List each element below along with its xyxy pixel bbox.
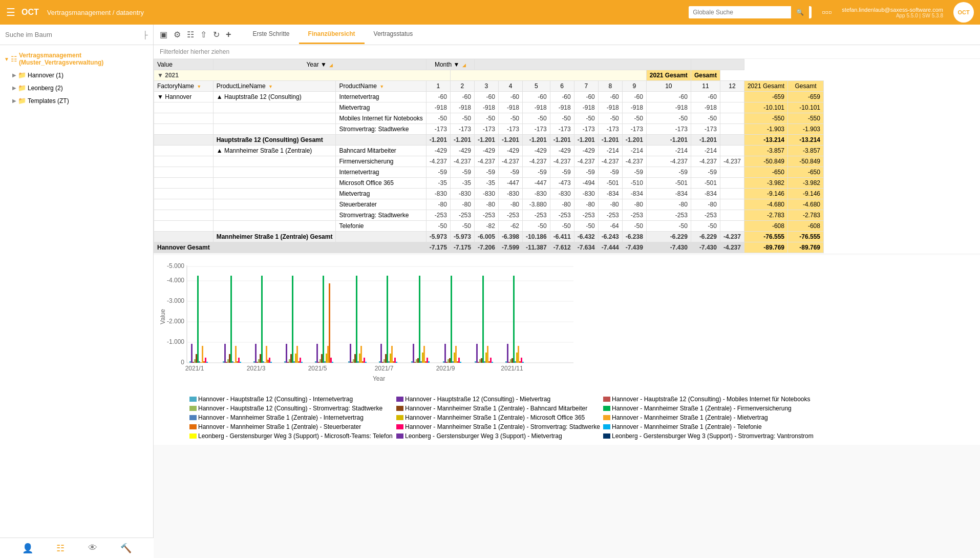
svg-rect-116: [427, 358, 428, 363]
value-cell: -50: [550, 113, 574, 124]
svg-rect-45: [240, 362, 241, 363]
chart-legend: Hannover - Hauptstraße 12 (Consulting) -…: [189, 396, 975, 440]
value-cell: -59: [646, 167, 691, 178]
value-cell: -429: [574, 146, 598, 156]
svg-text:2021/5: 2021/5: [308, 365, 327, 372]
value-cell: -830: [574, 189, 598, 199]
chart-area: 0 -1.000 -2.000 -3.000 -4.000 -5.000 Val…: [154, 255, 980, 445]
product-cell: [336, 242, 426, 253]
value-cell: -918: [622, 102, 646, 113]
factory-col-header[interactable]: FactoryName ▼: [154, 81, 214, 92]
month-2-header: 2: [450, 81, 474, 92]
value-cell: -50: [646, 221, 691, 232]
svg-rect-75: [323, 276, 324, 363]
wrench-icon-btn[interactable]: 🔨: [120, 543, 132, 554]
tree-search-input[interactable]: [5, 31, 140, 38]
value-cell: -6.411: [550, 232, 574, 242]
value-cell: -4.237: [720, 156, 744, 167]
value-cell: -50: [498, 113, 522, 124]
legend-item: Leonberg - Gerstensburger Weg 3 (Support…: [603, 432, 814, 440]
value-cell: -50: [691, 221, 720, 232]
svg-rect-30: [202, 346, 203, 363]
upload-icon-btn[interactable]: ⇧: [198, 28, 209, 42]
value-cell: -6.229: [691, 232, 720, 242]
month-1-header: 1: [426, 81, 450, 92]
value-cell: -6.398: [498, 232, 522, 242]
svg-rect-130: [475, 361, 476, 363]
svg-text:Year: Year: [373, 375, 385, 382]
legend-item: Leonberg - Gerstensburger Weg 3 (Support…: [396, 432, 601, 440]
tab-erste-schritte[interactable]: Erste Schritte: [244, 25, 299, 44]
value-cell: -82: [474, 221, 498, 232]
apps-icon[interactable]: ▫▫▫: [822, 7, 832, 18]
search-button[interactable]: 🔍: [791, 6, 809, 18]
svg-rect-114: [423, 346, 425, 363]
total-2021-cell: -3.982: [744, 178, 787, 189]
value-cell: -173: [426, 124, 450, 135]
view-icon-btn[interactable]: ▣: [158, 28, 169, 42]
svg-rect-42: [235, 346, 237, 363]
hamburger-icon[interactable]: ☰: [6, 6, 15, 18]
tabs-container: Erste Schritte Finanzübersicht Vertragss…: [244, 25, 422, 44]
value-cell: -1.201: [450, 135, 474, 146]
value-cell: -834: [622, 189, 646, 199]
svg-rect-50: [260, 354, 261, 363]
month-filter-header[interactable]: Month ▼ ◢: [426, 59, 474, 70]
eye-icon-btn[interactable]: 👁: [88, 543, 97, 553]
total-2021-cell: -50.849: [744, 156, 787, 167]
tab-vertragsstatus[interactable]: Vertragsstatus: [365, 25, 422, 44]
svg-rect-100: [388, 361, 390, 363]
productline-cell: ▲ Hauptstraße 12 (Consulting): [213, 92, 336, 102]
global-search-container: 🔍: [689, 6, 812, 18]
gesamt-cell: -659: [787, 92, 823, 102]
value-cell: -1.201: [691, 135, 720, 146]
value-cell: -80: [550, 199, 574, 210]
productname-col-header[interactable]: ProductName ▼: [336, 81, 426, 92]
settings-icon-btn[interactable]: ⚙: [172, 28, 183, 42]
gesamt-col-header: Gesamt: [787, 81, 823, 92]
sidebar-item-root[interactable]: ▼ ☷ Vertragsmanagement (Muster_Vertragsv…: [0, 49, 153, 69]
sidebar-item-leonberg[interactable]: ▶ 📁 Leonberg (2): [0, 81, 153, 94]
svg-rect-43: [237, 361, 238, 363]
collapse-icon[interactable]: ├: [143, 31, 148, 39]
gesamt-header: Gesamt: [691, 70, 720, 81]
gesamt-cell: -50.849: [787, 156, 823, 167]
tab-finanzuebersicht[interactable]: Finanzübersicht: [299, 25, 365, 44]
svg-rect-56: [269, 358, 270, 363]
value-cell: -253: [574, 210, 598, 221]
productline-cell: [213, 242, 336, 253]
filter-icon-btn[interactable]: ☷: [185, 28, 196, 42]
factory-cell: ▼ Hannover: [154, 92, 214, 102]
value-cell: -80: [574, 199, 598, 210]
svg-text:0: 0: [181, 359, 184, 366]
value-cell: -11.387: [522, 242, 550, 253]
value-cell: -214: [646, 146, 691, 156]
svg-rect-131: [476, 344, 478, 363]
table-icon-btn[interactable]: ☷: [56, 543, 65, 554]
svg-rect-73: [319, 359, 321, 363]
add-icon-btn[interactable]: +: [224, 27, 233, 42]
factory-cell: [154, 210, 214, 221]
total-2021-cell: -659: [744, 92, 787, 102]
history-icon-btn[interactable]: ↻: [211, 28, 222, 42]
svg-rect-152: [521, 358, 522, 363]
svg-rect-126: [455, 346, 457, 363]
year-filter-header[interactable]: Year ▼ ◢: [213, 59, 426, 70]
productline-col-header[interactable]: ProductLineName ▼: [213, 81, 336, 92]
value-cell: -830: [474, 189, 498, 199]
value-cell: -173: [450, 124, 474, 135]
person-icon-btn[interactable]: 👤: [22, 543, 33, 554]
global-search-input[interactable]: [689, 6, 791, 18]
value-cell: -50: [522, 221, 550, 232]
svg-rect-61: [289, 359, 290, 363]
svg-rect-103: [393, 361, 394, 363]
value-cell: -80: [474, 199, 498, 210]
svg-text:-1.000: -1.000: [167, 338, 184, 345]
svg-rect-68: [300, 358, 301, 363]
gesamt-cell: -3.982: [787, 178, 823, 189]
sidebar-item-templates[interactable]: ▶ 📁 Templates (ZT): [0, 94, 153, 107]
sidebar-item-hannover[interactable]: ▶ 📁 Hannover (1): [0, 69, 153, 81]
value-cell: -4.237: [450, 156, 474, 167]
product-cell: Stromvertrag: Stadtwerke: [336, 124, 426, 135]
value-cell: -173: [474, 124, 498, 135]
